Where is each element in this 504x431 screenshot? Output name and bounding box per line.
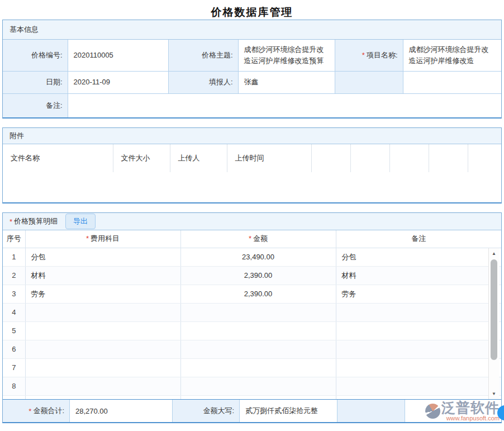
basic-info-table: 价格编号: 2020110005 价格主题: 成都沙河环境综合提升改造运河护岸维…: [3, 40, 501, 117]
attachments-table: 文件名称 文件大小 上传人 上传时间: [3, 144, 501, 172]
attachments-col-empty: [429, 144, 468, 172]
row-remark: [336, 358, 501, 377]
detail-header-remark: 备注: [336, 230, 501, 248]
fanpu-logo-icon: [425, 404, 440, 419]
row-amount: 2,390.00: [180, 285, 336, 303]
row-subject: [25, 321, 180, 340]
page-title: 价格数据库管理: [0, 0, 504, 20]
attachments-header: 附件: [3, 128, 501, 144]
row-subject: 分包: [25, 248, 180, 266]
price-detail-header: * 价格预算明细 导出: [3, 213, 501, 230]
table-row-clipped: [3, 395, 501, 399]
scroll-thumb[interactable]: [491, 259, 497, 360]
attachments-col-filesize: 文件大小: [113, 144, 170, 172]
row-seq: 6: [3, 340, 25, 358]
detail-header-subject-text: 费用科目: [91, 234, 120, 243]
row-amount: [180, 358, 336, 377]
row-amount: [180, 377, 336, 395]
scrollbar[interactable]: ▲ ▼: [488, 248, 499, 399]
scroll-down-icon[interactable]: ▼: [489, 390, 499, 398]
attachments-col-uploadtime: 上传时间: [227, 144, 311, 172]
reporter-label: 填报人:: [168, 71, 238, 93]
row-remark: [336, 321, 501, 340]
row-amount: [180, 321, 336, 340]
row-remark: 分包: [336, 248, 501, 266]
project-name-label-text: 项目名称:: [367, 51, 398, 59]
attachments-col-empty: [389, 144, 429, 172]
fanpu-url-link[interactable]: www.fanpusoft.com: [446, 415, 500, 421]
row-seq: 7: [3, 358, 25, 377]
export-button[interactable]: 导出: [65, 214, 96, 229]
detail-header-amount-text: 金额: [253, 234, 268, 243]
fanpu-brand: 泛普软件: [441, 401, 500, 414]
row-subject: 材料: [25, 266, 180, 285]
total-amount-value: 28,270.00: [70, 400, 173, 422]
row-amount: [180, 340, 336, 358]
subject-label: 价格主题:: [168, 40, 238, 71]
fanpu-logo: 泛普软件 www.fanpusoft.com: [405, 400, 501, 422]
basic-info-title: 基本信息: [9, 25, 39, 35]
project-name-label: *项目名称:: [335, 40, 403, 71]
row-seq: 4: [3, 303, 25, 321]
subject-value: 成都沙河环境综合提升改造运河护岸维修改造预算: [238, 40, 335, 71]
detail-summary-row: * 金额合计: 28,270.00 金额大写: 贰万捌仟贰佰柒拾元整 泛普软件 …: [3, 399, 501, 422]
basic-info-header: 基本信息: [3, 20, 501, 40]
project-name-value: 成都沙河环境综合提升改造运河护岸维修改造: [403, 40, 501, 71]
table-row: 3 劳务 2,390.00 劳务: [3, 285, 501, 303]
row-amount: 2,390.00: [180, 266, 336, 285]
row-subject: [25, 340, 180, 358]
attachments-col-filename: 文件名称: [3, 144, 113, 172]
detail-header-amount: *金额: [180, 230, 336, 248]
page: 价格数据库管理 基本信息 价格编号: 2020110005 价格主题: 成都沙河…: [0, 0, 504, 431]
row-subject: [25, 377, 180, 395]
row-subject: [25, 303, 180, 321]
scroll-up-icon[interactable]: ▲: [489, 249, 499, 258]
row-seq: 5: [3, 321, 25, 340]
price-detail-section: * 价格预算明细 导出 序号 *费用科目 *金额 备注 1 分包 23,490.…: [2, 212, 502, 423]
row-seq: 1: [3, 248, 25, 266]
row-amount: 23,490.00: [180, 248, 336, 266]
row-subject: [25, 358, 180, 377]
table-row: 1 分包 23,490.00 分包: [3, 248, 501, 266]
row-seq: 2: [3, 266, 25, 285]
capital-amount-value: 贰万捌仟贰佰柒拾元整: [240, 400, 337, 422]
empty-label-cell: [335, 71, 403, 93]
attachments-col-uploader: 上传人: [170, 144, 227, 172]
required-mark: *: [28, 407, 31, 415]
table-row: 8: [3, 377, 501, 395]
summary-empty-cell: [337, 400, 405, 422]
row-remark: [336, 377, 501, 395]
required-mark: *: [362, 51, 365, 59]
remark-value: [68, 93, 501, 117]
row-remark: [336, 303, 501, 321]
attachments-empty-body: [3, 172, 501, 202]
required-mark: *: [249, 234, 251, 243]
row-remark: 劳务: [336, 285, 501, 303]
reporter-value: 张鑫: [238, 71, 335, 93]
row-subject: 劳务: [25, 285, 180, 303]
attachments-title: 附件: [9, 131, 24, 141]
row-seq: 8: [3, 377, 25, 395]
total-amount-label: * 金额合计:: [3, 400, 70, 422]
table-row: 5: [3, 321, 501, 340]
price-no-label: 价格编号:: [3, 40, 68, 71]
detail-header-subject: *费用科目: [25, 230, 180, 248]
attachments-section: 附件 文件名称 文件大小 上传人 上传时间: [2, 127, 502, 203]
date-value: 2020-11-09: [68, 71, 168, 93]
attachments-col-empty: [311, 144, 350, 172]
attachments-col-empty: [350, 144, 389, 172]
row-amount: [180, 303, 336, 321]
basic-info-section: 基本信息 价格编号: 2020110005 价格主题: 成都沙河环境综合提升改造…: [2, 20, 502, 119]
row-remark: [336, 340, 501, 358]
detail-header-seq: 序号: [3, 230, 25, 248]
total-amount-label-text: 金额合计:: [33, 406, 64, 416]
row-remark: 材料: [336, 266, 501, 285]
remark-label: 备注:: [3, 93, 68, 117]
table-row: 6: [3, 340, 501, 358]
table-row: 7: [3, 358, 501, 377]
price-detail-title: 价格预算明细: [14, 216, 58, 226]
row-seq: 3: [3, 285, 25, 303]
date-label: 日期:: [3, 71, 68, 93]
table-row: 2 材料 2,390.00 材料: [3, 266, 501, 285]
detail-grid: 序号 *费用科目 *金额 备注 1 分包 23,490.00 分包 2 材料 2…: [3, 230, 501, 399]
